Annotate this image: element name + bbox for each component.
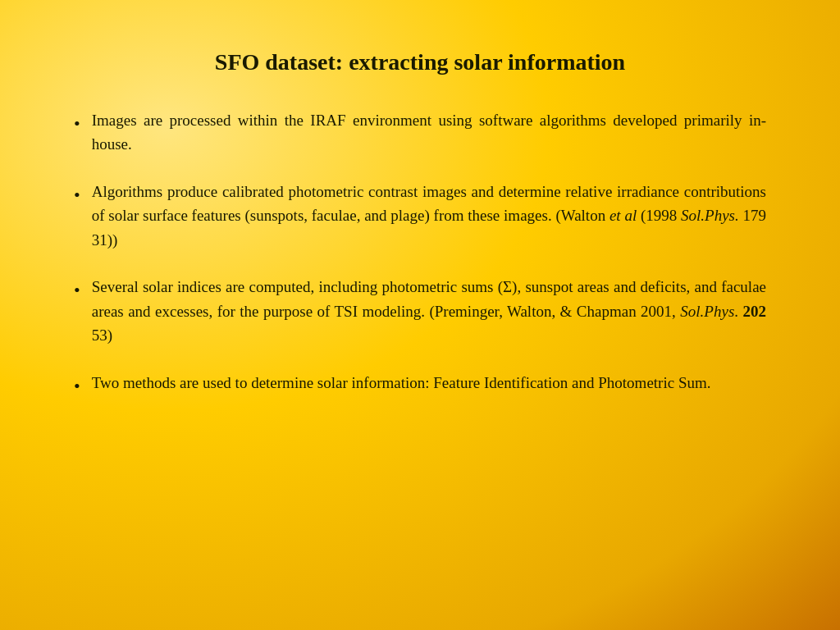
bullet-item-2: • Algorithms produce calibrated photomet… [74, 180, 766, 252]
bullet-text-2: Algorithms produce calibrated photometri… [92, 180, 766, 252]
bullet-text-1: Images are processed within the IRAF env… [92, 108, 766, 157]
bullet-dot-1: • [74, 110, 80, 137]
bullet-dot-3: • [74, 276, 80, 304]
bullet-dot-2: • [74, 181, 80, 208]
bullet-text-3: Several solar indices are computed, incl… [92, 275, 766, 347]
bullet-item-4: • Two methods are used to determine sola… [74, 371, 766, 399]
slide: SFO dataset: extracting solar informatio… [0, 0, 840, 630]
bullet-text-4: Two methods are used to determine solar … [92, 371, 711, 395]
bullet-dot-4: • [74, 372, 80, 399]
bullet-item-1: • Images are processed within the IRAF e… [74, 108, 766, 157]
slide-title: SFO dataset: extracting solar informatio… [215, 49, 625, 75]
bullet-item-3: • Several solar indices are computed, in… [74, 275, 766, 347]
content-area: • Images are processed within the IRAF e… [74, 108, 766, 399]
